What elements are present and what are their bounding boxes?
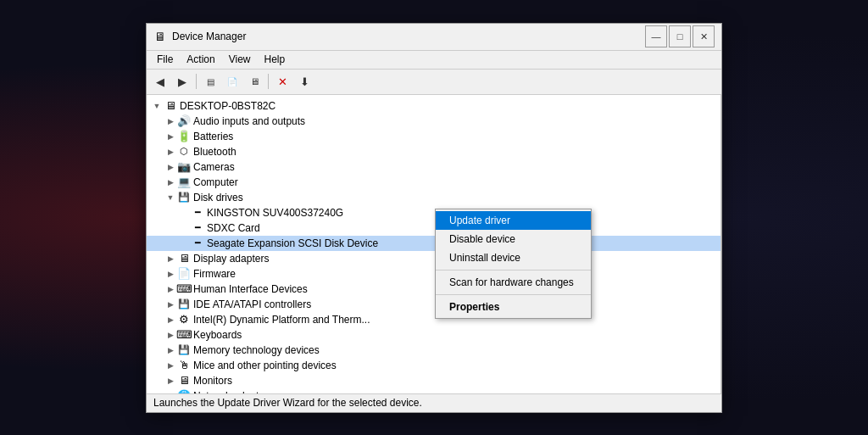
kingston-expand-icon	[177, 206, 191, 220]
tree-item-sdxc[interactable]: ━ SDXC Card	[147, 220, 721, 236]
keyboards-icon: ⌨	[177, 328, 191, 342]
status-text: Launches the Update Driver Wizard for th…	[153, 397, 422, 409]
cameras-label: Cameras	[193, 161, 235, 173]
sdxc-expand-icon	[177, 221, 191, 235]
tree-item-keyboards[interactable]: ▶ ⌨ Keyboards	[147, 327, 721, 343]
tree-item-computer[interactable]: ▶ 💻 Computer	[147, 175, 721, 190]
cameras-icon: 📷	[177, 160, 191, 174]
back-button[interactable]: ◀	[150, 72, 170, 91]
audio-expand-icon: ▶	[164, 114, 177, 128]
toolbar-separator-2	[268, 74, 269, 89]
device-tree[interactable]: ▼ 🖥 DESKTOP-0BST82C ▶ 🔊 Audio inputs and…	[147, 95, 721, 393]
firmware-icon: 📄	[177, 267, 191, 281]
forward-button[interactable]: ▶	[172, 72, 192, 91]
batteries-expand-icon: ▶	[164, 130, 177, 143]
root-label: DESKTOP-0BST82C	[180, 100, 275, 112]
menu-file[interactable]: File	[150, 52, 180, 67]
tree-item-intel[interactable]: ▶ ⚙ Intel(R) Dynamic Platform and Therm.…	[147, 312, 721, 327]
ctx-properties[interactable]: Properties	[436, 298, 591, 316]
toolbar: ◀ ▶ ▤ 📄 🖥 ✕ ⬇	[147, 70, 721, 95]
tree-item-diskdrives[interactable]: ▼ 💾 Disk drives	[147, 190, 721, 205]
menu-bar: File Action View Help	[147, 51, 721, 70]
computer-expand-icon: ▶	[164, 176, 177, 189]
intel-icon: ⚙	[177, 313, 191, 326]
memory-expand-icon: ▶	[164, 343, 177, 357]
scan-button[interactable]: ⬇	[294, 72, 314, 91]
audio-label: Audio inputs and outputs	[193, 115, 305, 127]
properties-button[interactable]: ▤	[200, 72, 220, 91]
minimize-button[interactable]: —	[645, 25, 667, 47]
tree-item-ide[interactable]: ▶ 💾 IDE ATA/ATAPI controllers	[147, 297, 721, 312]
update-driver-button[interactable]: 📄	[222, 72, 242, 91]
display-label: Display adapters	[193, 253, 269, 265]
memory-label: Memory technology devices	[193, 344, 320, 356]
batteries-label: Batteries	[193, 131, 233, 142]
firmware-label: Firmware	[193, 268, 236, 280]
mice-icon: 🖱	[177, 359, 191, 372]
menu-view[interactable]: View	[222, 52, 258, 67]
tree-item-cameras[interactable]: ▶ 📷 Cameras	[147, 159, 721, 175]
display-icon: 🖥	[177, 252, 191, 265]
tree-item-firmware[interactable]: ▶ 📄 Firmware	[147, 266, 721, 282]
tree-item-audio[interactable]: ▶ 🔊 Audio inputs and outputs	[147, 114, 721, 129]
window-title: Device Manager	[172, 31, 645, 42]
main-content: ▼ 🖥 DESKTOP-0BST82C ▶ 🔊 Audio inputs and…	[147, 95, 721, 393]
hid-icon: ⌨	[177, 282, 191, 296]
bluetooth-expand-icon: ▶	[164, 145, 177, 159]
ide-icon: 💾	[177, 298, 191, 311]
tree-item-bluetooth[interactable]: ▶ ⬡ Bluetooth	[147, 144, 721, 159]
close-button[interactable]: ✕	[693, 25, 715, 47]
menu-action[interactable]: Action	[180, 52, 221, 67]
ctx-scan-hardware[interactable]: Scan for hardware changes	[436, 273, 591, 292]
diskdrives-icon: 💾	[177, 191, 191, 204]
sdxc-label: SDXC Card	[207, 222, 260, 234]
kingston-label: KINGSTON SUV400S37240G	[207, 207, 343, 219]
ctx-update-driver[interactable]: Update driver	[436, 211, 591, 230]
tree-item-display[interactable]: ▶ 🖥 Display adapters	[147, 251, 721, 266]
tree-root[interactable]: ▼ 🖥 DESKTOP-0BST82C	[147, 98, 721, 114]
bluetooth-label: Bluetooth	[193, 146, 236, 158]
seagate-icon: ━	[191, 237, 204, 250]
monitors-label: Monitors	[193, 375, 232, 387]
ide-label: IDE ATA/ATAPI controllers	[193, 298, 311, 310]
tree-item-monitors[interactable]: ▶ 🖥 Monitors	[147, 373, 721, 388]
firmware-expand-icon: ▶	[164, 267, 177, 281]
root-expand-icon: ▼	[150, 99, 164, 113]
monitors-icon: 🖥	[177, 374, 191, 388]
cameras-expand-icon: ▶	[164, 160, 177, 174]
ctx-disable-device[interactable]: Disable device	[436, 230, 591, 248]
tree-item-batteries[interactable]: ▶ 🔋 Batteries	[147, 129, 721, 144]
diskdrives-label: Disk drives	[193, 192, 243, 204]
kingston-icon: ━	[191, 206, 204, 220]
maximize-button[interactable]: □	[669, 25, 691, 47]
monitors-expand-icon: ▶	[164, 374, 177, 388]
menu-help[interactable]: Help	[258, 52, 292, 67]
computer-icon: 🖥	[164, 99, 177, 113]
hid-label: Human Interface Devices	[193, 283, 308, 295]
ctx-uninstall-device[interactable]: Uninstall device	[436, 248, 591, 267]
tree-item-kingston[interactable]: ━ KINGSTON SUV400S37240G	[147, 205, 721, 220]
window-controls: — □ ✕	[645, 25, 715, 47]
tree-item-seagate[interactable]: ━ Seagate Expansion SCSI Disk Device	[147, 236, 721, 251]
tree-item-memory[interactable]: ▶ 💾 Memory technology devices	[147, 343, 721, 358]
tree-item-hid[interactable]: ▶ ⌨ Human Interface Devices	[147, 282, 721, 297]
context-menu: Update driver Disable device Uninstall d…	[435, 209, 592, 319]
keyboards-label: Keyboards	[193, 329, 242, 341]
computer-item-icon: 💻	[177, 176, 191, 189]
title-bar: 🖥 Device Manager — □ ✕	[147, 24, 721, 51]
audio-icon: 🔊	[177, 114, 191, 128]
ide-expand-icon: ▶	[164, 298, 177, 311]
seagate-expand-icon	[177, 237, 191, 250]
show-hidden-button[interactable]: 🖥	[244, 72, 264, 91]
toolbar-separator-1	[196, 74, 197, 89]
batteries-icon: 🔋	[177, 130, 191, 143]
mice-label: Mice and other pointing devices	[193, 360, 337, 371]
intel-expand-icon: ▶	[164, 313, 177, 326]
window-icon: 🖥	[153, 30, 167, 43]
seagate-label: Seagate Expansion SCSI Disk Device	[207, 237, 378, 249]
uninstall-button[interactable]: ✕	[272, 72, 292, 91]
diskdrives-expand-icon: ▼	[164, 191, 177, 204]
ctx-separator-1	[436, 270, 591, 270]
tree-item-mice[interactable]: ▶ 🖱 Mice and other pointing devices	[147, 358, 721, 373]
status-bar: Launches the Update Driver Wizard for th…	[147, 393, 721, 412]
